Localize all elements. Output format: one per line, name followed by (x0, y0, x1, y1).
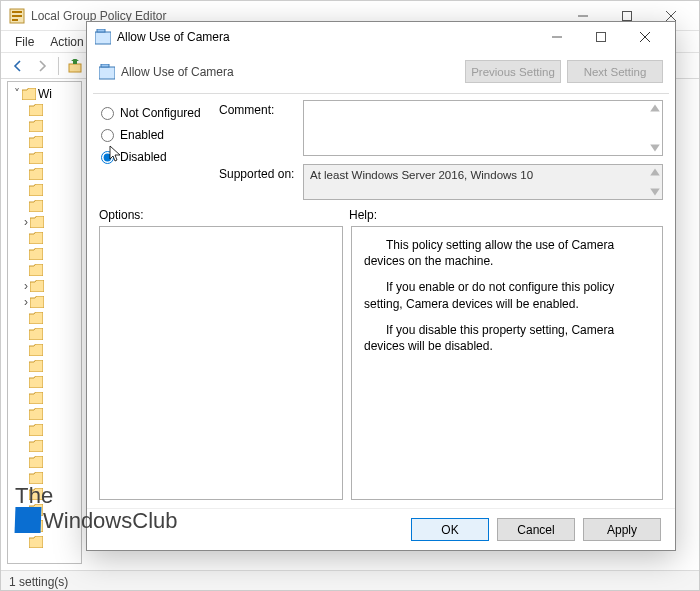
folder-icon (29, 104, 43, 116)
tree-folder-row[interactable] (24, 246, 81, 262)
radio-not-configured-input[interactable] (101, 107, 114, 120)
comment-scrollbar[interactable] (648, 101, 662, 155)
folder-icon (29, 392, 43, 404)
radio-not-configured[interactable]: Not Configured (99, 102, 219, 124)
dialog-heading-icon (99, 64, 115, 80)
svg-rect-17 (99, 67, 115, 79)
tree-folder-row[interactable] (24, 534, 81, 550)
tree-folder-row[interactable] (24, 374, 81, 390)
tree-folder-row[interactable] (24, 102, 81, 118)
gpe-menu-action[interactable]: Action (42, 34, 91, 50)
previous-setting-button[interactable]: Previous Setting (465, 60, 561, 83)
dialog-close-button[interactable] (623, 23, 667, 51)
tree-folder-row[interactable] (24, 486, 81, 502)
toolbar-back-icon[interactable] (7, 55, 29, 77)
dialog-heading-row: Allow Use of Camera Previous Setting Nex… (87, 52, 675, 93)
folder-icon (29, 264, 43, 276)
radio-disabled-input[interactable] (101, 151, 114, 164)
tree-folder-row[interactable] (24, 262, 81, 278)
tree-folder-row[interactable]: › (24, 294, 81, 310)
tree-folder-row[interactable] (24, 358, 81, 374)
tree-folder-row[interactable] (24, 470, 81, 486)
dialog-maximize-button[interactable] (579, 23, 623, 51)
folder-icon (30, 216, 44, 228)
tree-folder-row[interactable] (24, 438, 81, 454)
folder-icon (29, 248, 43, 260)
tree-caret-icon[interactable]: › (24, 215, 28, 229)
folder-icon (29, 184, 43, 196)
help-label: Help: (349, 208, 377, 222)
tree-folder-row[interactable] (24, 518, 81, 534)
tree-folder-row[interactable] (24, 134, 81, 150)
tree-folder-row[interactable] (24, 166, 81, 182)
folder-icon (29, 504, 43, 516)
supported-on-box: At least Windows Server 2016, Windows 10 (303, 164, 663, 200)
svg-rect-8 (69, 64, 81, 72)
dialog-app-icon (95, 29, 111, 45)
toolbar-up-icon[interactable] (64, 55, 86, 77)
folder-icon (30, 280, 44, 292)
radio-disabled[interactable]: Disabled (99, 146, 219, 168)
svg-rect-5 (623, 11, 632, 20)
supported-label: Supported on: (219, 164, 303, 200)
tree-caret-icon[interactable]: › (24, 295, 28, 309)
folder-icon (29, 152, 43, 164)
dialog-window-title: Allow Use of Camera (117, 30, 535, 44)
apply-button[interactable]: Apply (583, 518, 661, 541)
tree-root-label: Wi (38, 87, 52, 101)
toolbar-forward-icon[interactable] (31, 55, 53, 77)
comment-label: Comment: (219, 100, 303, 156)
folder-icon (29, 120, 43, 132)
radio-enabled-input[interactable] (101, 129, 114, 142)
tree-folder-row[interactable] (24, 230, 81, 246)
radio-enabled[interactable]: Enabled (99, 124, 219, 146)
tree-folder-row[interactable] (24, 454, 81, 470)
comment-textbox[interactable] (303, 100, 663, 156)
gpe-app-icon (9, 8, 25, 24)
tree-folder-row[interactable] (24, 326, 81, 342)
dialog-minimize-button[interactable] (535, 23, 579, 51)
options-pane (99, 226, 343, 500)
gpe-menu-file[interactable]: File (7, 34, 42, 50)
next-setting-button[interactable]: Next Setting (567, 60, 663, 83)
options-label: Options: (99, 208, 349, 222)
gpe-tree-panel[interactable]: ˅ Wi › ›› (7, 81, 82, 564)
help-paragraph-1: This policy setting allow the use of Cam… (364, 237, 650, 269)
tree-folder-row[interactable] (24, 406, 81, 422)
cancel-button[interactable]: Cancel (497, 518, 575, 541)
scroll-down-icon[interactable] (649, 142, 661, 154)
supported-on-text: At least Windows Server 2016, Windows 10 (310, 169, 533, 181)
ok-button[interactable]: OK (411, 518, 489, 541)
tree-folder-row[interactable] (24, 342, 81, 358)
tree-folder-row[interactable] (24, 118, 81, 134)
tree-folder-row[interactable] (24, 182, 81, 198)
scroll-down-icon[interactable] (649, 186, 661, 198)
tree-folder-row[interactable] (24, 198, 81, 214)
svg-rect-3 (12, 19, 18, 21)
folder-icon (29, 168, 43, 180)
gpe-statusbar: 1 setting(s) (1, 570, 700, 591)
tree-folder-row[interactable] (24, 150, 81, 166)
supported-scrollbar[interactable] (648, 165, 662, 199)
tree-folder-row[interactable] (24, 310, 81, 326)
tree-folder-row[interactable]: › (24, 214, 81, 230)
scroll-up-icon[interactable] (649, 166, 661, 178)
tree-caret-icon[interactable]: › (24, 279, 28, 293)
folder-icon (29, 344, 43, 356)
svg-rect-14 (597, 33, 606, 42)
dialog-titlebar: Allow Use of Camera (87, 22, 675, 52)
tree-folder-row[interactable]: › (24, 278, 81, 294)
folder-icon (29, 408, 43, 420)
scroll-up-icon[interactable] (649, 102, 661, 114)
tree-caret-icon[interactable]: ˅ (14, 87, 20, 101)
folder-icon (29, 200, 43, 212)
folder-icon (29, 472, 43, 484)
folder-icon (22, 88, 36, 100)
tree-folder-row[interactable] (24, 390, 81, 406)
screenshot-root: Local Group Policy Editor File Action V … (0, 0, 700, 591)
help-pane: This policy setting allow the use of Cam… (351, 226, 663, 500)
tree-folder-row[interactable] (24, 422, 81, 438)
folder-icon (29, 520, 43, 532)
help-paragraph-2: If you enable or do not configure this p… (364, 279, 650, 311)
tree-folder-row[interactable] (24, 502, 81, 518)
